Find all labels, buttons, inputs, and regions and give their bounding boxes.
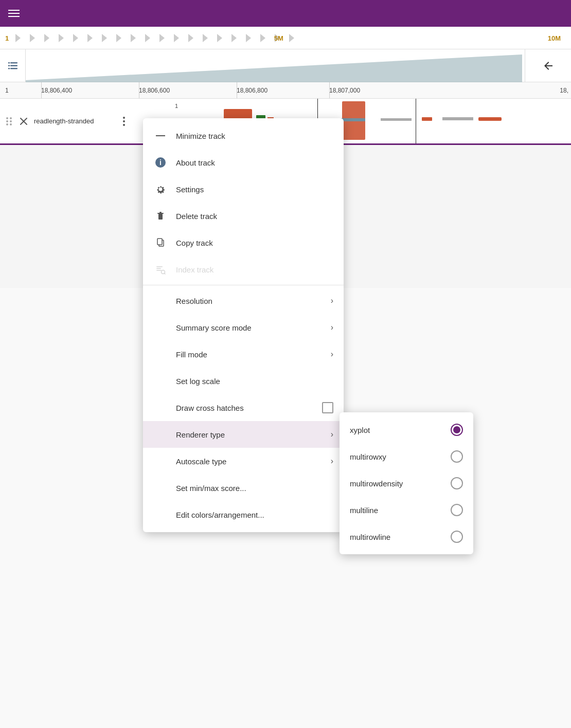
track-close-button[interactable] bbox=[16, 114, 31, 129]
fillmode-label: Fill mode bbox=[176, 350, 331, 359]
autoscale-label: Autoscale type bbox=[176, 457, 331, 466]
menu-divider bbox=[143, 285, 344, 285]
menu-item-summary[interactable]: Summary score mode › bbox=[143, 314, 344, 341]
coord-pos-1: 1 bbox=[5, 87, 9, 94]
delete-trash-icon bbox=[155, 210, 166, 222]
list-icon bbox=[7, 60, 19, 71]
drag-dots-icon bbox=[6, 117, 12, 125]
multirowline-label: multirowline bbox=[350, 533, 451, 541]
nav-bar bbox=[0, 49, 571, 82]
info-icon: i bbox=[153, 155, 168, 170]
svg-rect-18 bbox=[156, 268, 161, 269]
menu-item-minmax[interactable]: Set min/max score... bbox=[143, 475, 344, 501]
coord-pos-6: 18, bbox=[560, 87, 568, 94]
menu-item-fillmode[interactable]: Fill mode › bbox=[143, 341, 344, 368]
svg-rect-0 bbox=[10, 62, 17, 64]
svg-rect-3 bbox=[8, 62, 10, 64]
crosshatches-checkbox[interactable] bbox=[322, 402, 333, 413]
ruler-arrow bbox=[73, 34, 78, 42]
minimize-label: Minimize track bbox=[176, 132, 333, 140]
info-circle-icon: i bbox=[155, 157, 166, 168]
menu-item-about[interactable]: i About track bbox=[143, 149, 344, 176]
menu-item-resolution[interactable]: Resolution › bbox=[143, 287, 344, 314]
coord-bar: 1 18,806,400 18,806,600 18,806,800 18,80… bbox=[0, 82, 571, 99]
ruler-arrow bbox=[159, 34, 165, 42]
svg-marker-7 bbox=[26, 54, 522, 82]
ruler-arrow bbox=[145, 34, 150, 42]
track-list-icon[interactable] bbox=[0, 49, 26, 82]
gear-icon bbox=[153, 182, 168, 196]
svg-text:i: i bbox=[159, 158, 162, 167]
svg-line-21 bbox=[165, 274, 166, 275]
menu-item-colors[interactable]: Edit colors/arrangement... bbox=[143, 501, 344, 528]
multirowdensity-radio[interactable] bbox=[451, 477, 463, 489]
multirowline-radio[interactable] bbox=[451, 531, 463, 543]
ruler-arrow bbox=[289, 34, 294, 42]
menu-item-settings[interactable]: Settings bbox=[143, 176, 344, 203]
autoscale-spacer bbox=[153, 454, 168, 468]
coord-vline bbox=[139, 82, 139, 98]
menu-item-logscale[interactable]: Set log scale bbox=[143, 368, 344, 394]
menu-item-crosshatches[interactable]: Draw cross hatches bbox=[143, 394, 344, 421]
ruler-arrow bbox=[44, 34, 49, 42]
autoscale-arrow: › bbox=[331, 457, 333, 466]
submenu-item-multirowdensity[interactable]: multirowdensity bbox=[340, 470, 473, 497]
svg-rect-13 bbox=[157, 213, 164, 214]
ruler-arrow bbox=[260, 34, 265, 42]
track-menu-button[interactable] bbox=[116, 114, 132, 129]
coord-vline bbox=[329, 82, 330, 98]
menu-item-renderer[interactable]: Renderer type › bbox=[143, 421, 344, 448]
minmax-label: Set min/max score... bbox=[176, 484, 333, 493]
svg-rect-2 bbox=[10, 68, 17, 69]
menu-item-minimize[interactable]: Minimize track bbox=[143, 122, 344, 149]
copy-icon bbox=[153, 235, 168, 250]
colors-spacer bbox=[153, 507, 168, 522]
menu-item-delete[interactable]: Delete track bbox=[143, 203, 344, 229]
ruler-arrow bbox=[231, 34, 237, 42]
resolution-label: Resolution bbox=[176, 297, 331, 305]
submenu-item-multirowline[interactable]: multirowline bbox=[340, 523, 473, 550]
renderer-spacer bbox=[153, 427, 168, 442]
ruler-arrow bbox=[246, 34, 251, 42]
fillmode-arrow: › bbox=[331, 350, 333, 359]
back-arrow-icon bbox=[542, 60, 555, 72]
back-button[interactable] bbox=[525, 49, 571, 82]
fillmode-spacer bbox=[153, 347, 168, 361]
resolution-arrow: › bbox=[331, 296, 333, 305]
ruler-arrow bbox=[203, 34, 208, 42]
top-bar bbox=[0, 0, 571, 27]
hamburger-menu-icon[interactable] bbox=[8, 10, 20, 17]
svg-rect-1 bbox=[10, 65, 17, 66]
about-label: About track bbox=[176, 158, 333, 167]
delete-label: Delete track bbox=[176, 212, 333, 221]
svg-rect-16 bbox=[157, 239, 162, 245]
ruler-arrow bbox=[59, 34, 64, 42]
submenu-item-multirowxy[interactable]: multirowxy bbox=[340, 443, 473, 470]
svg-rect-12 bbox=[158, 214, 163, 220]
ruler-arrow bbox=[30, 34, 35, 42]
svg-rect-17 bbox=[156, 266, 163, 267]
multiline-label: multiline bbox=[350, 506, 451, 515]
xyplot-radio[interactable] bbox=[451, 424, 463, 436]
track-feature-gray bbox=[381, 118, 412, 121]
resolution-spacer bbox=[153, 294, 168, 308]
ruler-arrow bbox=[188, 34, 193, 42]
submenu-item-multiline[interactable]: multiline bbox=[340, 497, 473, 523]
multirowxy-radio[interactable] bbox=[451, 450, 463, 463]
ruler-arrow bbox=[131, 34, 136, 42]
svg-rect-4 bbox=[8, 65, 10, 66]
ruler-label-1: 1 bbox=[5, 34, 9, 42]
logscale-spacer bbox=[153, 374, 168, 388]
track-drag-handle[interactable] bbox=[2, 117, 16, 125]
submenu-item-xyplot[interactable]: xyplot bbox=[340, 416, 473, 443]
multiline-radio[interactable] bbox=[451, 504, 463, 516]
menu-item-copy[interactable]: Copy track bbox=[143, 229, 344, 256]
multirowxy-label: multirowxy bbox=[350, 452, 451, 461]
genome-ruler: 1 5M 10M bbox=[0, 27, 571, 49]
menu-item-autoscale[interactable]: Autoscale type › bbox=[143, 448, 344, 475]
xyplot-label: xyplot bbox=[350, 426, 451, 434]
ruler-arrow bbox=[217, 34, 222, 42]
coord-vline bbox=[41, 82, 42, 98]
svg-rect-14 bbox=[159, 212, 162, 213]
summary-arrow: › bbox=[331, 323, 333, 332]
